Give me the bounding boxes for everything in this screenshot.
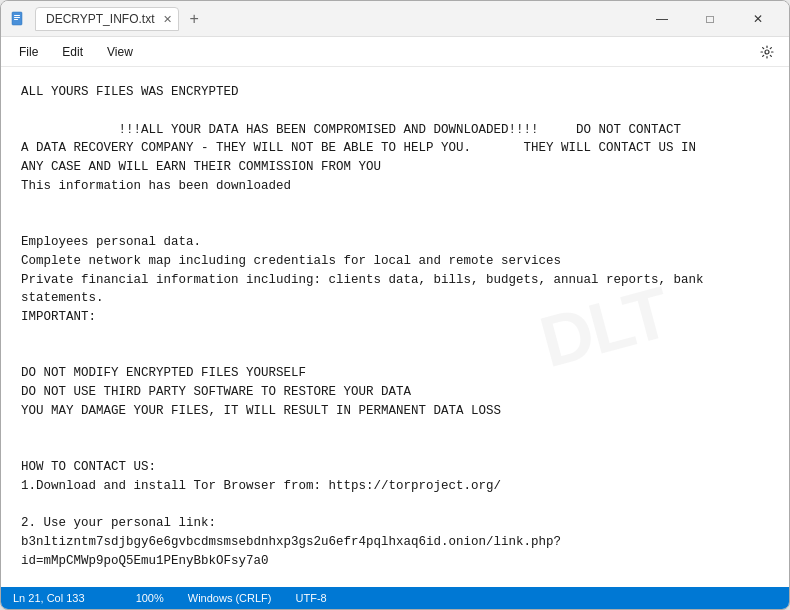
svg-rect-0 (12, 12, 22, 25)
svg-rect-3 (14, 19, 18, 20)
close-button[interactable]: ✕ (735, 3, 781, 35)
tab-close-button[interactable]: ✕ (163, 12, 172, 25)
status-zoom: 100% (124, 587, 176, 609)
svg-rect-1 (14, 15, 20, 16)
menu-file[interactable]: File (9, 41, 48, 63)
title-bar: DECRYPT_INFO.txt ✕ + — □ ✕ (1, 1, 789, 37)
title-bar-left: DECRYPT_INFO.txt ✕ + (9, 7, 639, 31)
svg-rect-2 (14, 17, 20, 18)
svg-point-4 (765, 50, 769, 54)
tab-label: DECRYPT_INFO.txt (46, 12, 154, 26)
tab-area: DECRYPT_INFO.txt ✕ + (35, 7, 205, 31)
status-line-ending: Windows (CRLF) (176, 587, 284, 609)
settings-button[interactable] (753, 38, 781, 66)
main-window: DECRYPT_INFO.txt ✕ + — □ ✕ File Edit Vie… (0, 0, 790, 610)
menu-edit[interactable]: Edit (52, 41, 93, 63)
menu-view[interactable]: View (97, 41, 143, 63)
app-icon (9, 10, 27, 28)
content-wrapper: DLT ALL YOURS FILES WAS ENCRYPTED !!!ALL… (1, 67, 789, 587)
window-controls: — □ ✕ (639, 3, 781, 35)
menu-bar: File Edit View (1, 37, 789, 67)
status-line-col: Ln 21, Col 133 (13, 587, 97, 609)
new-tab-button[interactable]: + (183, 10, 204, 28)
text-content[interactable]: ALL YOURS FILES WAS ENCRYPTED !!!ALL YOU… (1, 67, 789, 587)
maximize-button[interactable]: □ (687, 3, 733, 35)
active-tab[interactable]: DECRYPT_INFO.txt ✕ (35, 7, 179, 31)
status-encoding: UTF-8 (284, 587, 339, 609)
status-bar: Ln 21, Col 133 100% Windows (CRLF) UTF-8 (1, 587, 789, 609)
minimize-button[interactable]: — (639, 3, 685, 35)
